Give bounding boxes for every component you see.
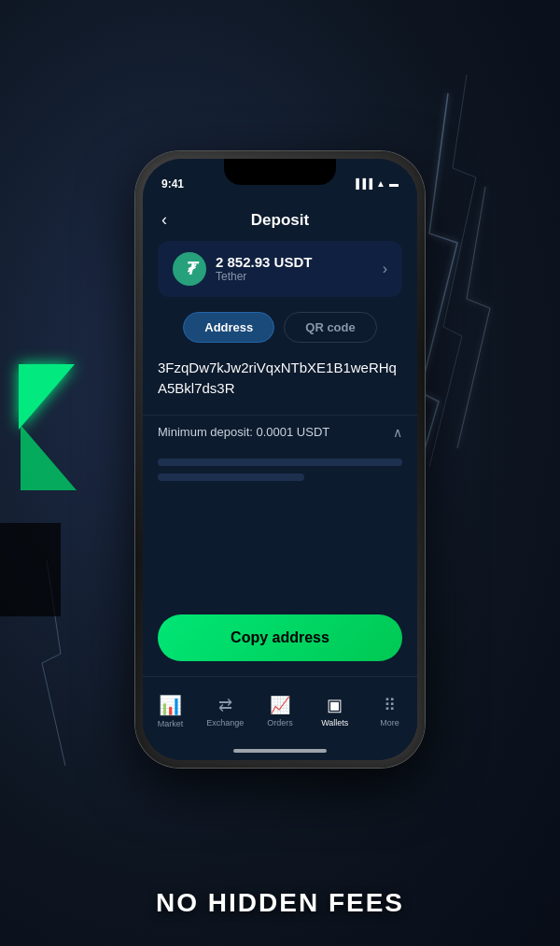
currency-info: 2 852.93 USDT Tether [216,254,383,283]
green-triangle-bottom [21,425,77,490]
status-icons: ▐▐▐ ▲ ▬ [353,178,399,189]
tab-address[interactable]: Address [183,312,274,343]
min-deposit-chevron-icon: ∧ [393,425,402,440]
copy-address-button[interactable]: Copy address [158,614,402,661]
more-label: More [380,718,399,727]
market-label: Market [158,719,184,728]
info-lines [143,449,417,498]
market-icon: 📊 [159,694,182,716]
dark-overlay [0,523,61,616]
nav-wallets[interactable]: ▣ Wallets [307,685,362,738]
wifi-icon: ▲ [376,178,385,189]
page-header: ‹ Deposit [143,200,417,241]
info-line-2 [158,473,304,481]
notch [224,159,336,185]
tether-symbol: ₮ [185,259,195,279]
currency-name: Tether [216,270,383,283]
exchange-icon: ⇄ [218,695,232,715]
nav-orders[interactable]: 📈 Orders [253,685,308,738]
more-icon: ⠿ [384,695,396,715]
home-indicator [143,741,417,760]
tab-bar: Address QR code [143,312,417,358]
orders-icon: 📈 [270,695,290,715]
phone-frame: 9:41 ▐▐▐ ▲ ▬ ‹ Deposit ₮ [135,151,425,768]
signal-icon: ▐▐▐ [353,178,372,189]
wallets-label: Wallets [321,718,348,727]
screen-content: ‹ Deposit ₮ 2 852.93 USDT Tether › [143,200,417,760]
currency-chevron-icon: › [383,261,387,277]
battery-icon: ▬ [389,178,399,189]
green-triangle-top [19,364,75,430]
back-button[interactable]: ‹ [158,206,171,233]
phone-outer: 9:41 ▐▐▐ ▲ ▬ ‹ Deposit ₮ [135,151,425,768]
spacer [143,498,417,614]
bottom-banner-text: NO HIDDEN FEES [0,888,560,918]
tab-qrcode[interactable]: QR code [284,312,376,343]
home-bar [233,749,327,753]
nav-exchange[interactable]: ⇄ Exchange [198,685,253,738]
min-deposit-label: Minimum deposit: 0.0001 USDT [158,425,329,439]
currency-amount: 2 852.93 USDT [216,254,383,270]
status-bar: 9:41 ▐▐▐ ▲ ▬ [143,159,417,200]
exchange-label: Exchange [206,718,244,727]
currency-icon: ₮ [173,252,206,286]
wallets-icon: ▣ [327,695,343,715]
wallet-address: 3FzqDw7kJw2riVqxNTbXE1B1weRHqA5Bkl7ds3R [143,358,417,415]
phone-screen: 9:41 ▐▐▐ ▲ ▬ ‹ Deposit ₮ [143,159,417,760]
status-time: 9:41 [161,177,184,191]
nav-market[interactable]: 📊 Market [143,685,198,738]
orders-label: Orders [267,718,293,727]
page-title: Deposit [251,211,309,230]
nav-more[interactable]: ⠿ More [362,685,417,738]
currency-selector[interactable]: ₮ 2 852.93 USDT Tether › [158,241,402,297]
info-line-1 [158,459,402,466]
bottom-navigation: 📊 Market ⇄ Exchange 📈 Orders ▣ Wallets [143,676,417,741]
min-deposit-row[interactable]: Minimum deposit: 0.0001 USDT ∧ [143,415,417,449]
